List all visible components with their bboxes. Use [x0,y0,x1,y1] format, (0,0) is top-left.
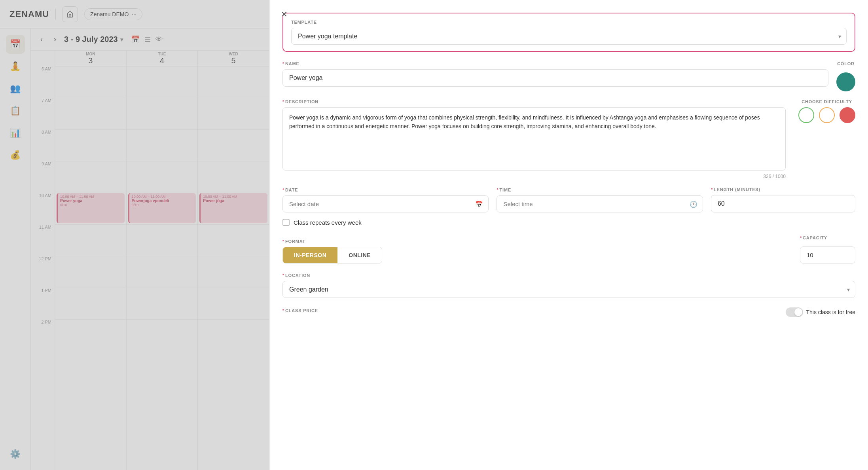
view-icons: 📅 ☰ 👁 [131,35,163,44]
name-input[interactable] [282,69,828,87]
sidebar-item-classes[interactable]: 🧘 [6,57,25,76]
location-section: *LOCATION Green garden ▾ [282,273,855,298]
length-field: *LENGTH (MINUTES) [711,187,855,212]
capacity-label: *CAPACITY [800,235,855,240]
day-col-tue: TUE 4 10:00 AM – 11:00 AM Powerjoga vpon… [126,51,198,470]
name-label: *NAME [282,61,828,66]
day-body-mon: 10:00 AM – 11:00 AM Power yoga 0/10 [55,66,126,470]
name-field: *NAME [282,61,828,87]
repeat-label: Class repeats every week [294,219,362,226]
template-select-wrapper: Power yoga template ▾ [291,28,847,45]
location-select-wrapper: Green garden ▾ [282,281,855,298]
repeat-row: Class repeats every week [282,219,855,226]
format-inperson-button[interactable]: IN-PERSON [283,247,337,263]
difficulty-label: CHOOSE DIFFICULTY [802,99,852,104]
color-picker[interactable] [836,72,855,91]
time-label: *TIME [497,188,703,192]
template-select[interactable]: Power yoga template [291,28,847,45]
sidebar-item-members[interactable]: 👥 [6,79,25,98]
time-field: *TIME 🕐 [497,188,703,212]
char-count: 336 / 1000 [282,174,786,179]
description-label: *DESCRIPTION [282,99,786,104]
date-label: *DATE [282,188,489,192]
day-columns: MON 3 10:00 AM – 11:00 AM Power yoga 0/1… [55,51,269,470]
sidebar-item-settings[interactable]: ⚙️ [6,445,25,464]
day-body-tue: 10:00 AM – 11:00 AM Powerjoga vpondeli 0… [127,66,198,470]
price-label: *CLASS PRICE [282,308,318,313]
datetime-row: *DATE 📅 *TIME 🕐 *LENGTH (MINUTES) [282,187,855,212]
color-label: COLOR [837,61,855,66]
difficulty-circles [798,107,855,123]
eye-icon[interactable]: 👁 [155,35,163,44]
date-input[interactable] [282,195,489,212]
day-header-wed: WED 5 [198,51,269,66]
format-label: *FORMAT [282,239,784,244]
sidebar-item-billing[interactable]: 💰 [6,146,25,165]
format-section: *FORMAT IN-PERSON ONLINE [282,239,784,263]
event-power-joga-wed[interactable]: 10:00 AM – 11:00 AM Power jóga [199,193,267,223]
format-online-button[interactable]: ONLINE [337,247,382,263]
date-field: *DATE 📅 [282,188,489,212]
capacity-section: *CAPACITY [800,235,855,263]
time-column: 6 AM 7 AM 8 AM 9 AM 10 AM 11 AM 12 PM 1 … [31,51,55,470]
difficulty-easy[interactable] [798,107,814,123]
list-view-icon[interactable]: ☰ [144,35,151,44]
demo-pill[interactable]: Zenamu DEMO ··· [84,8,142,20]
prev-week-button[interactable]: ‹ [37,34,46,45]
free-toggle[interactable] [786,307,803,317]
calendar-header: ‹ › 3 - 9 July 2023 ▾ 📅 ☰ 👁 [31,28,269,51]
difficulty-medium[interactable] [819,107,835,123]
day-col-wed: WED 5 10:00 AM – 11:00 AM Power jóga [197,51,269,470]
top-bar: ZENAMU Zenamu DEMO ··· [0,0,269,28]
calendar-icon: 📅 [475,200,483,208]
sidebar-item-reports[interactable]: 📋 [6,101,25,120]
sidebar-item-analytics[interactable]: 📊 [6,123,25,142]
length-input[interactable] [711,195,855,212]
free-toggle-wrapper: This class is for free [786,307,855,317]
price-row: *CLASS PRICE This class is for free [282,307,855,317]
home-button[interactable] [62,6,78,22]
description-field: *DESCRIPTION Power yoga is a dynamic and… [282,99,786,179]
calendar-grid: 6 AM 7 AM 8 AM 9 AM 10 AM 11 AM 12 PM 1 … [31,51,269,470]
date-input-wrapper: 📅 [282,195,489,212]
location-label: *LOCATION [282,273,855,278]
difficulty-hard[interactable] [840,107,855,123]
day-header-tue: TUE 4 [127,51,198,66]
date-range: 3 - 9 July 2023 ▾ [64,35,123,44]
repeat-checkbox[interactable] [282,219,290,226]
day-body-wed: 10:00 AM – 11:00 AM Power jóga [198,66,269,470]
sidebar: 📅 🧘 👥 📋 📊 💰 ⚙️ [0,28,31,470]
free-label: This class is for free [806,309,855,315]
difficulty-section: CHOOSE DIFFICULTY [798,99,855,179]
name-color-row: *NAME COLOR [282,61,855,91]
app-logo: ZENAMU [9,9,49,19]
template-label: TEMPLATE [291,20,847,25]
divider [55,9,56,20]
description-textarea[interactable]: Power yoga is a dynamic and vigorous for… [282,107,786,171]
day-col-mon: MON 3 10:00 AM – 11:00 AM Power yoga 0/1… [55,51,126,470]
day-header-mon: MON 3 [55,51,126,66]
template-section: TEMPLATE Power yoga template ▾ [282,13,855,52]
chevron-down-icon[interactable]: ▾ [120,36,123,43]
format-buttons: IN-PERSON ONLINE [282,247,382,263]
event-powerjoga-tue[interactable]: 10:00 AM – 11:00 AM Powerjoga vpondeli 0… [128,193,196,223]
time-input[interactable] [497,195,703,212]
desc-difficulty-row: *DESCRIPTION Power yoga is a dynamic and… [282,99,855,179]
form-panel: ✕ TEMPLATE Power yoga template ▾ *NAME C… [269,0,868,470]
capacity-input[interactable] [800,246,855,263]
format-capacity-row: *FORMAT IN-PERSON ONLINE *CAPACITY [282,235,855,263]
event-power-yoga-mon[interactable]: 10:00 AM – 11:00 AM Power yoga 0/10 [57,193,125,223]
length-label: *LENGTH (MINUTES) [711,187,855,192]
clock-icon: 🕐 [690,200,697,208]
close-button[interactable]: ✕ [278,8,290,21]
next-week-button[interactable]: › [51,34,59,45]
location-select[interactable]: Green garden [282,281,855,298]
sidebar-item-calendar[interactable]: 📅 [6,35,25,54]
color-section: COLOR [836,61,855,91]
calendar-view-icon[interactable]: 📅 [131,35,140,44]
time-input-wrapper: 🕐 [497,195,703,212]
